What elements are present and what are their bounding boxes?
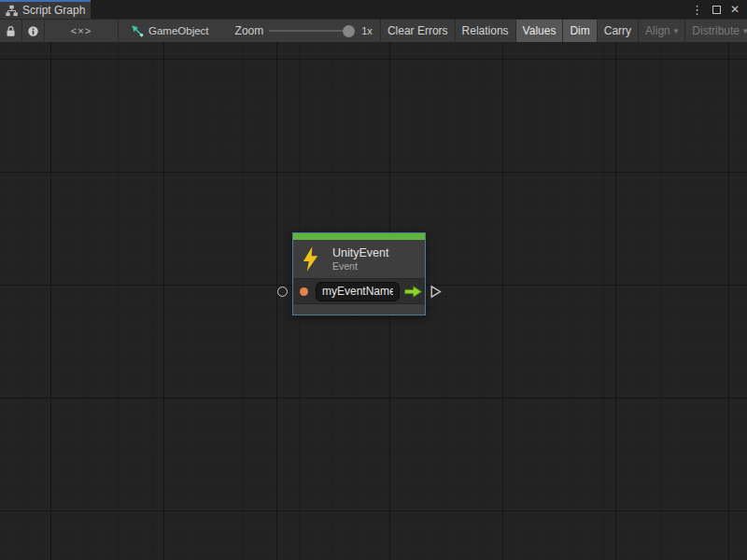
- unity-event-node[interactable]: UnityEvent Event: [292, 232, 426, 315]
- clear-errors-label: Clear Errors: [388, 24, 448, 37]
- trigger-input-port[interactable]: [277, 287, 288, 297]
- relations-label: Relations: [462, 24, 509, 37]
- carry-label: Carry: [604, 24, 631, 37]
- flow-arrow-icon: [403, 285, 423, 299]
- align-dropdown-button[interactable]: Align ▾: [639, 20, 685, 42]
- chevron-down-icon: ▾: [674, 27, 679, 35]
- event-node-color-bar: [293, 233, 425, 240]
- event-name-input[interactable]: [316, 282, 400, 301]
- value-input-port[interactable]: [300, 287, 308, 296]
- gameobject-icon: [131, 24, 144, 37]
- node-port-row: [293, 278, 425, 303]
- align-label: Align: [645, 24, 670, 37]
- tab-title: Script Graph: [22, 4, 85, 17]
- values-label: Values: [523, 24, 557, 37]
- zoom-label: Zoom: [235, 24, 264, 37]
- values-toggle-button[interactable]: Values: [516, 20, 564, 42]
- node-title-block: UnityEvent Event: [332, 246, 388, 273]
- graph-context-section: GameObject Zoom 1x: [119, 20, 381, 42]
- maximize-icon[interactable]: [712, 6, 721, 14]
- window-controls: ⋮ ✕: [691, 0, 747, 19]
- chevron-down-icon: ▾: [743, 27, 747, 35]
- window-menu-icon[interactable]: ⋮: [691, 4, 703, 16]
- graph-canvas[interactable]: UnityEvent Event: [0, 42, 747, 560]
- edit-graph-button[interactable]: <×>: [45, 20, 119, 42]
- titlebar: Script Graph ⋮ ✕: [0, 0, 747, 19]
- graph-target-label[interactable]: GameObject: [148, 25, 209, 36]
- distribute-label: Distribute: [692, 24, 740, 37]
- dim-toggle-button[interactable]: Dim: [563, 20, 597, 42]
- clear-errors-button[interactable]: Clear Errors: [381, 20, 456, 42]
- angle-brackets-icon: <×>: [71, 25, 92, 36]
- carry-button[interactable]: Carry: [598, 20, 639, 42]
- trigger-output-port[interactable]: [430, 285, 442, 302]
- close-icon[interactable]: ✕: [730, 4, 740, 15]
- node-subtitle: Event: [332, 260, 388, 273]
- node-footer: [293, 303, 425, 315]
- graph-hierarchy-icon: [6, 5, 18, 17]
- zoom-value: 1x: [361, 25, 373, 36]
- distribute-dropdown-button[interactable]: Distribute ▾: [685, 20, 747, 42]
- node-header[interactable]: UnityEvent Event: [293, 240, 425, 278]
- zoom-slider[interactable]: [269, 25, 355, 37]
- lock-button[interactable]: [0, 20, 22, 42]
- lock-icon: [6, 25, 16, 37]
- titlebar-spacer: [91, 0, 691, 19]
- dim-label: Dim: [570, 24, 589, 37]
- zoom-slider-handle[interactable]: [343, 25, 355, 37]
- tab-script-graph[interactable]: Script Graph: [0, 0, 91, 19]
- graph-toolbar: <×> GameObject Zoom 1x Clear Errors Rela…: [0, 19, 747, 42]
- unity-visual-scripting-window: { "window": { "tab_title": "Script Graph…: [0, 0, 747, 560]
- info-icon: [27, 25, 39, 37]
- node-title: UnityEvent: [332, 246, 388, 260]
- lightning-bolt-icon: [302, 246, 319, 272]
- relations-button[interactable]: Relations: [456, 20, 516, 42]
- info-button[interactable]: [22, 20, 45, 42]
